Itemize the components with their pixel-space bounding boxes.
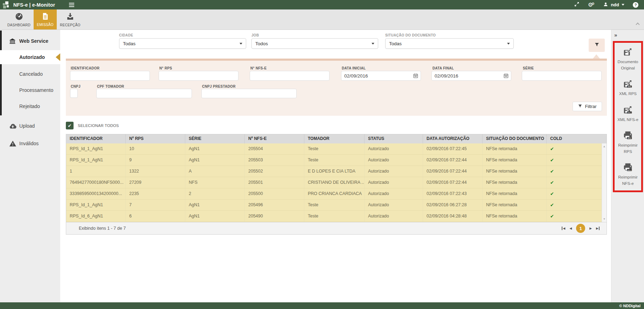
column-header[interactable]: COLD (547, 134, 607, 143)
tool-documento-original[interactable]: Documento Original (618, 47, 638, 71)
cell-status: Autorizado (365, 177, 423, 188)
first-page-button[interactable]: ◀ (562, 227, 565, 230)
main-content: CIDADE Todas JOB Todos SITUAÇÃO DO DOCUM… (60, 30, 611, 302)
sidebar-item-invalidos[interactable]: Inválidos (0, 136, 60, 150)
sidebar-item-rejeitado[interactable]: Rejeitado (0, 99, 60, 113)
column-header[interactable]: IDENTIFICADOR (66, 134, 126, 143)
sidebar-item-web-service[interactable]: Web Service (0, 34, 60, 48)
table-row[interactable]: 76494277000180NFS000... 27209 NFS 205501… (66, 177, 607, 188)
copyright-text: © NDDigital (619, 304, 640, 308)
table-row[interactable]: RPS_Id_1_AgN1 9 AgN1 205503 Teste Autori… (66, 155, 607, 166)
filtrar-button[interactable]: Filtrar (573, 102, 602, 111)
gauge-icon (15, 12, 23, 22)
cell-situacao-documento: NFSe retornada (483, 177, 547, 188)
cloud-upload-icon (9, 122, 16, 130)
document-situation-label: SITUAÇÃO DO DOCUMENTO (385, 33, 514, 37)
table-row[interactable]: RPS_Id_6_AgN1 6 AgN1 205490 Teste Autori… (66, 211, 607, 222)
chevron-down-icon (507, 43, 510, 45)
menu-icon[interactable] (69, 3, 74, 7)
results-table: IDENTIFICADOR Nº RPS SÉRIE Nº NFS-E TOMA… (66, 134, 607, 235)
scroll-down-icon[interactable]: ▼ (602, 217, 607, 221)
cnpj-checkbox[interactable] (70, 89, 78, 98)
cold-checkmark-icon: ✔ (550, 146, 554, 152)
app-logo-icon (3, 1, 11, 9)
cell-identificador: RPS_Id_6_AgN1 (66, 211, 126, 222)
user-menu[interactable]: ndd (603, 2, 624, 8)
data-inicial-input[interactable] (341, 71, 421, 81)
collapse-panel-icon[interactable]: » (614, 32, 617, 38)
cold-checkmark-icon: ✔ (550, 191, 554, 196)
data-final-input[interactable] (431, 71, 511, 81)
job-select-field: JOB Todos (251, 33, 378, 49)
column-header[interactable]: TOMADOR (304, 134, 365, 143)
cell-tomador: Teste (304, 211, 365, 222)
n-nfse-input[interactable] (250, 71, 330, 81)
column-header[interactable]: Nº NFS-E (245, 134, 304, 143)
cell-data-autorizacao: 02/09/2016 06:27:28 (423, 200, 483, 210)
city-select[interactable]: Todas (119, 38, 246, 49)
cell-identificador: RPS_Id_1_AgN1 (66, 143, 126, 154)
cell-cold: ✔ (547, 188, 602, 199)
cnpj-prestador-input[interactable] (201, 89, 297, 98)
cell-tomador: Teste (304, 155, 365, 166)
export-xml-nfse-icon: NFS-e (623, 105, 633, 116)
help-icon[interactable]: ? (633, 2, 638, 8)
table-row[interactable]: RPS_Id_1_AgN1 7 AgN1 205496 Teste Autori… (66, 200, 607, 211)
scroll-up-icon[interactable]: ▲ (602, 145, 607, 148)
app-title: NFS-e | e-Monitor (13, 2, 55, 8)
cell-n-rps: 7 (126, 200, 185, 210)
page-footer: © NDDigital (0, 302, 644, 309)
cell-serie: AgN1 (185, 211, 245, 222)
active-item-arrow-icon (56, 53, 60, 61)
tab-emissao[interactable]: EMISSÃO (34, 9, 57, 29)
cell-status: Autorizado (365, 143, 423, 154)
sidebar: Web Service Autorizado Cancelado Process… (0, 30, 60, 302)
cell-status: Autorizado (365, 155, 423, 166)
column-header[interactable]: DATA AUTORIZAÇÃO (423, 134, 483, 143)
job-select[interactable]: Todos (251, 38, 378, 49)
cnpj-prestador-label: CNPJ PRESTADOR (202, 85, 236, 88)
tab-dashboard[interactable]: DASHBOARD (4, 9, 34, 29)
column-header[interactable]: SITUAÇÃO DO DOCUMENTO (483, 134, 547, 143)
identificador-input[interactable] (70, 71, 150, 81)
previous-page-button[interactable]: ◀ (569, 227, 572, 230)
cell-serie: 2 (185, 188, 245, 199)
column-header[interactable]: Nº RPS (126, 134, 185, 143)
cell-data-autorizacao: 02/09/2016 07:22:44 (423, 177, 483, 188)
cell-identificador: 33398595000134200000... (66, 188, 126, 199)
table-scrollbar[interactable]: ▲ ▼ (602, 143, 607, 222)
table-row[interactable]: RPS_Id_1_AgN1 10 AgN1 205504 Teste Autor… (66, 143, 607, 155)
settings-gears-icon[interactable]: ⚙⚙ (588, 2, 595, 8)
tool-reimprimir-nfse[interactable]: NFS-e Reimprimir NFS-e (618, 162, 638, 187)
user-icon (603, 2, 608, 8)
tool-xml-rps[interactable]: RPS XML RPS (619, 79, 637, 97)
cpf-tomador-input[interactable] (96, 89, 192, 98)
next-page-button[interactable]: ▶ (589, 227, 592, 230)
column-header[interactable]: STATUS (365, 134, 423, 143)
sidebar-item-upload[interactable]: Upload (0, 119, 60, 133)
sidebar-item-cancelado[interactable]: Cancelado (0, 67, 60, 81)
table-body: RPS_Id_1_AgN1 10 AgN1 205504 Teste Autor… (66, 143, 607, 222)
cell-n-rps: 27209 (126, 177, 185, 188)
tab-recepcao[interactable]: RECEPÇÃO (57, 9, 84, 29)
inbox-download-icon (66, 12, 75, 22)
select-all-checkbox[interactable]: ✔ (66, 122, 74, 129)
table-row[interactable]: 1 1322 A 205502 E D LOPES E CIA LTDA Aut… (66, 166, 607, 177)
n-rps-input[interactable] (159, 71, 238, 81)
document-situation-select[interactable]: Todas (385, 38, 514, 49)
last-page-button[interactable]: ▶ (596, 227, 600, 230)
fullscreen-icon[interactable] (574, 1, 580, 8)
sidebar-item-processamento[interactable]: Processamento (0, 83, 60, 97)
filter-toggle-button[interactable] (589, 39, 605, 52)
tool-reimprimir-rps[interactable]: RPS Reimprimir RPS (618, 130, 638, 155)
cell-identificador: 76494277000180NFS000... (66, 177, 126, 188)
serie-input[interactable] (522, 71, 602, 81)
cell-situacao-documento: NFSe retornada (483, 155, 547, 166)
tool-xml-nfse[interactable]: NFS-e XML NFS-e (617, 105, 638, 123)
current-page-button[interactable]: 1 (576, 224, 585, 233)
table-footer: Exibindo itens 1 - 7 de 7 ◀ ◀ 1 ▶ ▶ (66, 222, 607, 234)
collapse-toolbar-icon[interactable] (636, 23, 639, 26)
table-row[interactable]: 33398595000134200000... 2235 2 205500 PR… (66, 188, 607, 200)
column-header[interactable]: SÉRIE (185, 134, 245, 143)
sidebar-item-autorizado[interactable]: Autorizado (0, 50, 60, 64)
